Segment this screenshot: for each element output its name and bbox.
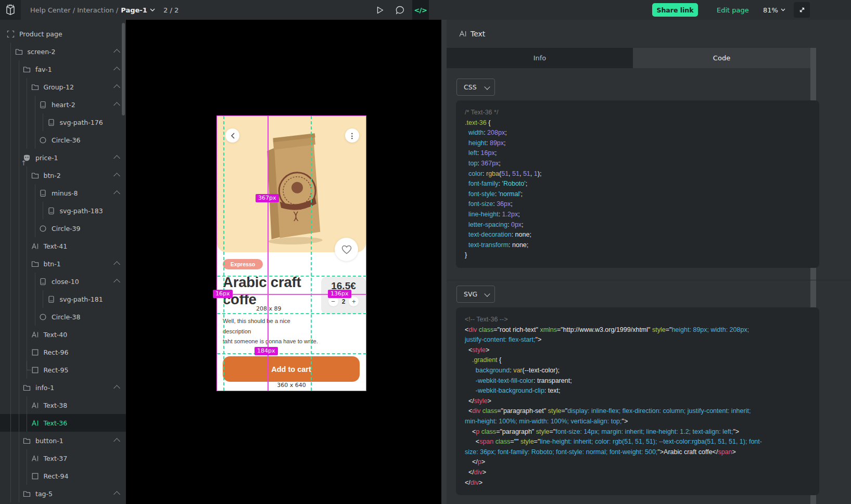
layer-row-product page[interactable]: Product page (0, 25, 126, 43)
svgfile-icon (39, 278, 47, 286)
css-format-dropdown[interactable]: CSS (456, 79, 495, 96)
tree-guide (27, 219, 27, 237)
tree-guide (10, 343, 11, 361)
chevron-up-icon[interactable] (113, 49, 120, 56)
add-to-cart-button[interactable]: Add to cart (223, 356, 360, 382)
chevron-up-icon[interactable] (113, 84, 120, 91)
layer-row-text-41[interactable]: Text-41 (0, 237, 126, 255)
code-line: -webkit-text-fill-color: transparent; (465, 376, 819, 386)
measure-badge-16: 16px (213, 290, 233, 298)
favorite-button[interactable] (335, 238, 358, 261)
layer-row-circle-38[interactable]: Circle-38 (0, 308, 126, 326)
more-menu-button[interactable]: ⋮ (345, 128, 359, 143)
tree-guide (19, 326, 19, 343)
chevron-up-icon[interactable] (113, 155, 120, 162)
code-line: size: 36px; font-family: Roboto; font-st… (465, 447, 819, 458)
chevron-up-icon[interactable] (113, 102, 120, 109)
layer-row-rect-94[interactable]: Rect-94 (0, 467, 126, 485)
tab-code[interactable]: Code (633, 48, 810, 68)
chevron-up-icon[interactable] (113, 67, 120, 73)
layer-row-rect-95[interactable]: Rect-95 (0, 361, 126, 379)
tree-guide (10, 184, 11, 202)
tree-guide (10, 149, 11, 166)
app-logo[interactable] (0, 0, 21, 20)
layer-label: Rect-96 (44, 348, 69, 356)
tree-guide (19, 219, 19, 237)
layer-row-close-10[interactable]: close-10 (0, 273, 126, 290)
layer-row-btn-2[interactable]: btn-2 (0, 166, 126, 184)
layer-row-rect-96[interactable]: Rect-96 (0, 343, 126, 361)
tree-guide (35, 290, 35, 308)
tree-guide (19, 308, 19, 326)
chevron-up-icon[interactable] (113, 438, 120, 445)
code-line: <style> (465, 345, 819, 356)
layer-row-svg-path-176[interactable]: svg-path-176 (0, 113, 126, 131)
layer-label: info-1 (35, 384, 54, 392)
breadcrumb[interactable]: Help Center / Interaction / Page-1 (30, 0, 155, 20)
product-image-area[interactable] (217, 116, 366, 252)
layer-row-text-36[interactable]: Text-36 (0, 414, 126, 432)
code-line: <!-- Text-36 --> (465, 315, 819, 325)
layer-row-circle-39[interactable]: Circle-39 (0, 219, 126, 237)
edit-page-link[interactable]: Edit page (717, 0, 749, 20)
tree-guide (35, 184, 35, 202)
css-code-block: /* Text-36 */.text-36 { width: 208px; he… (456, 100, 819, 268)
chevron-up-icon[interactable] (113, 190, 120, 197)
layer-row-group-12[interactable]: Group-12 (0, 78, 126, 96)
tree-guide (19, 149, 19, 166)
back-button[interactable] (225, 128, 239, 143)
chevron-up-icon[interactable] (113, 279, 120, 286)
tree-guide (10, 379, 11, 396)
layer-row-button-1[interactable]: button-1 (0, 432, 126, 449)
layer-tree: Product pagescreen-2fav-1Group-12heart-2… (0, 25, 126, 502)
breadcrumb-current: Page-1 (121, 6, 147, 14)
layer-row-svg-path-183[interactable]: svg-path-183 (0, 202, 126, 219)
code-view-button[interactable]: </> (412, 0, 429, 20)
phone-artboard[interactable]: ⋮ Expresso Arabic craft coffe 208 x 89 W… (217, 116, 366, 391)
zoom-level-control[interactable]: 81% (763, 0, 785, 20)
layer-row-fav-1[interactable]: fav-1 (0, 60, 126, 78)
chevron-up-icon[interactable] (113, 173, 120, 179)
layer-row-tag-5[interactable]: tag-5 (0, 485, 126, 502)
layer-label: Text-40 (44, 331, 68, 339)
code-line: background: var(--text-color); (465, 366, 819, 376)
canvas-scrollbar[interactable] (441, 20, 447, 504)
layer-label: Text-37 (44, 455, 68, 462)
layer-label: Product page (19, 30, 62, 38)
chevron-up-icon[interactable] (113, 491, 120, 498)
chevron-up-icon[interactable] (113, 261, 120, 268)
share-link-button[interactable]: Share link (652, 3, 698, 17)
layer-row-btn-1[interactable]: btn-1 (0, 255, 126, 273)
layer-row-info-1[interactable]: info-1 (0, 379, 126, 396)
tree-guide (27, 131, 27, 149)
layer-row-screen-2[interactable]: screen-2 (0, 43, 126, 60)
layer-row-minus-8[interactable]: minus-8 (0, 184, 126, 202)
tree-guide (19, 166, 19, 184)
product-description[interactable]: Well, this should be a nice description … (223, 316, 319, 347)
comments-button[interactable] (392, 0, 407, 20)
fullscreen-button[interactable] (794, 2, 810, 18)
layer-row-text-38[interactable]: Text-38 (0, 396, 126, 414)
tree-guide (10, 414, 11, 432)
layer-row-price-1[interactable]: price-1 (0, 149, 126, 166)
layer-row-circle-36[interactable]: Circle-36 (0, 131, 126, 149)
code-line: /* Text-36 */ (465, 108, 819, 118)
layer-row-text-37[interactable]: Text-37 (0, 449, 126, 467)
product-title[interactable]: Arabic craft coffe (223, 274, 315, 308)
text-icon (31, 242, 39, 250)
tree-guide (27, 113, 27, 131)
folder-icon (15, 48, 23, 56)
layers-scrollbar[interactable] (122, 23, 125, 115)
svg-format-dropdown[interactable]: SVG (456, 286, 495, 303)
product-tag[interactable]: Expresso (223, 259, 263, 269)
chevron-up-icon[interactable] (113, 385, 120, 392)
layer-row-svg-path-181[interactable]: svg-path-181 (0, 290, 126, 308)
tab-info[interactable]: Info (447, 48, 633, 68)
svgfile-icon (47, 295, 55, 303)
layer-row-heart-2[interactable]: heart-2 (0, 96, 126, 113)
svgfile-icon (47, 119, 55, 126)
tree-guide (19, 131, 19, 149)
layer-row-text-40[interactable]: Text-40 (0, 326, 126, 343)
play-button[interactable] (373, 0, 387, 20)
tree-guide (19, 290, 19, 308)
